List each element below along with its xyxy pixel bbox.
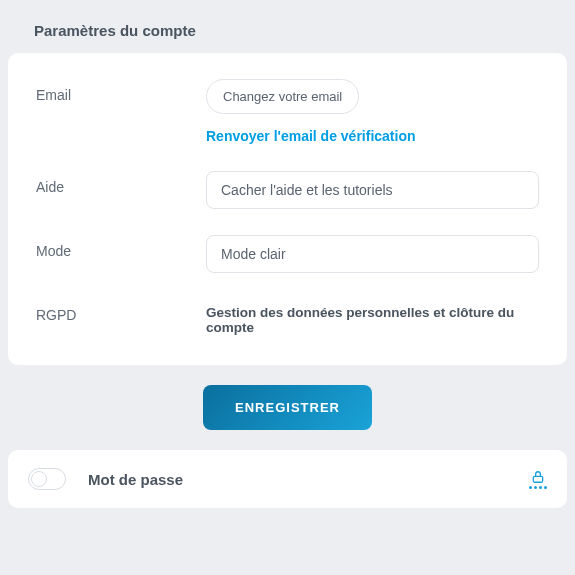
help-row: Aide Cacher l'aide et les tutoriels (26, 171, 549, 209)
mode-field-area: Mode clair (206, 235, 549, 273)
mode-label: Mode (26, 235, 206, 259)
mode-select[interactable]: Mode clair (206, 235, 539, 273)
svg-rect-0 (533, 476, 542, 482)
save-button[interactable]: ENREGISTRER (203, 385, 372, 430)
help-field-area: Cacher l'aide et les tutoriels (206, 171, 549, 209)
email-field-area: Changez votre email Renvoyer l'email de … (206, 79, 549, 145)
lock-icon (529, 470, 547, 489)
gdpr-row: RGPD Gestion des données personnelles et… (26, 299, 549, 335)
gdpr-link[interactable]: Gestion des données personnelles et clôt… (206, 299, 539, 335)
gdpr-label: RGPD (26, 299, 206, 323)
password-card: Mot de passe (8, 450, 567, 508)
password-toggle[interactable] (28, 468, 66, 490)
account-settings-card: Email Changez votre email Renvoyer l'ema… (8, 53, 567, 365)
email-label: Email (26, 79, 206, 103)
save-row: ENREGISTRER (0, 385, 575, 430)
gdpr-field-area: Gestion des données personnelles et clôt… (206, 299, 549, 335)
toggle-knob (31, 471, 47, 487)
page-title: Paramètres du compte (0, 0, 575, 53)
resend-verification-link[interactable]: Renvoyer l'email de vérification (206, 128, 416, 144)
help-label: Aide (26, 171, 206, 195)
change-email-button[interactable]: Changez votre email (206, 79, 359, 114)
password-section-title: Mot de passe (88, 471, 529, 488)
help-select[interactable]: Cacher l'aide et les tutoriels (206, 171, 539, 209)
email-row: Email Changez votre email Renvoyer l'ema… (26, 79, 549, 145)
mode-row: Mode Mode clair (26, 235, 549, 273)
